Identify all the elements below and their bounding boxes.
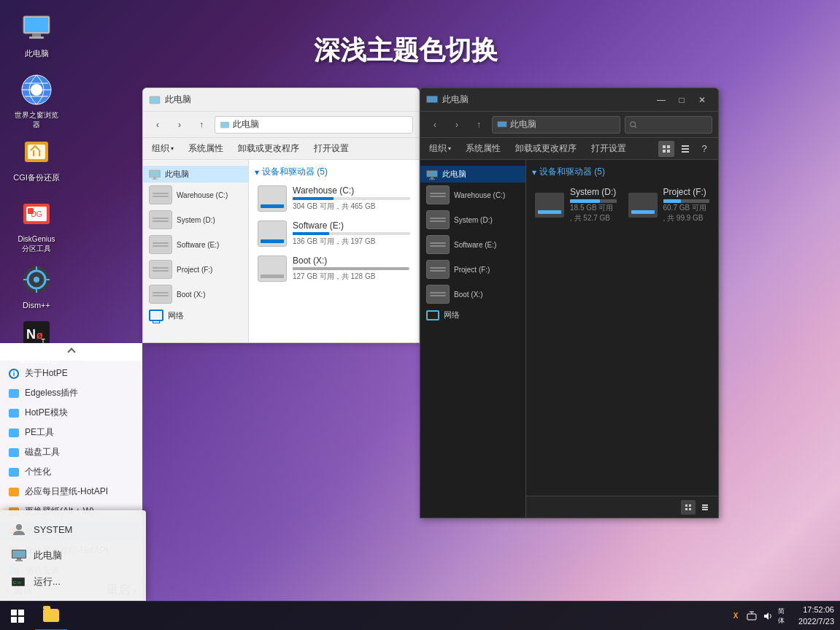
sidebar-item-network-dark[interactable]: 网络 <box>420 307 525 323</box>
start-button[interactable] <box>0 602 35 631</box>
system-drive-space-dark: 18.5 GB 可用 , 共 52.7 GB <box>570 203 617 223</box>
svg-line-40 <box>635 126 637 128</box>
explorer-light-content: ▾ 设备和驱动器 (5) Warehouse (C:) 304 GB 可用，共 … <box>249 160 419 342</box>
pc-icon-label: 此电脑 <box>25 48 49 58</box>
menu-item-petool[interactable]: PE工具 <box>0 423 142 442</box>
taskbar: X 简体 17:52:06 202 <box>0 601 840 630</box>
scroll-up-btn[interactable] <box>0 343 142 361</box>
search-bar-dark[interactable] <box>625 116 712 134</box>
view-list-btn[interactable] <box>677 141 693 157</box>
svg-rect-63 <box>15 560 23 561</box>
sidebar-item-network-light[interactable]: 网络 <box>143 307 248 324</box>
folder-disk-icon <box>9 448 19 457</box>
explorer-light: 此电脑 ‹ › ↑ 此电脑 组织 ▾ 系统属性 <box>142 88 420 343</box>
sidebar-item-project-dark[interactable]: Project (F:) <box>420 257 525 282</box>
desktop-icon-cgi[interactable]: CGI备份还原 <box>7 131 66 185</box>
sidebar-item-warehouse-light[interactable]: Warehouse (C:) <box>143 183 248 207</box>
maximize-button-dark[interactable]: □ <box>671 90 692 110</box>
sidebar-item-warehouse-dark[interactable]: Warehouse (C:) <box>420 183 525 207</box>
diskgenius-icon: DG <box>19 196 54 231</box>
popup-pc-item[interactable]: 此电脑 <box>0 542 146 569</box>
close-button-dark[interactable]: ✕ <box>692 90 712 110</box>
sidebar-item-pc-dark[interactable]: 此电脑 <box>420 166 525 183</box>
up-button-dark[interactable]: ↑ <box>470 116 488 134</box>
minimize-button-dark[interactable]: — <box>651 90 671 110</box>
svg-text:N: N <box>26 327 36 342</box>
desktop-icon-dism[interactable]: Dism++ <box>7 259 66 313</box>
menu-item-hotpe[interactable]: HotPE模块 <box>0 403 142 423</box>
help-btn-dark[interactable]: ? <box>696 141 712 157</box>
tray-icon-network[interactable] <box>746 610 758 622</box>
open-settings-btn-dark[interactable]: 打开设置 <box>588 141 629 156</box>
drive-software-light[interactable]: Software (E:) 136 GB 可用，共 197 GB <box>255 218 413 250</box>
open-settings-btn-light[interactable]: 打开设置 <box>311 141 352 156</box>
sidebar-system-label-dark: System (D:) <box>454 216 493 224</box>
taskbar-time-display: 17:52:06 <box>798 604 834 615</box>
system-drive-icon-dark <box>535 193 564 218</box>
explorer-dark-content: ▾ 设备和驱动器 (5) System (D:) <box>526 160 718 518</box>
up-button-light[interactable]: ↑ <box>193 116 210 134</box>
menu-item-edgeless[interactable]: Edgeless插件 <box>0 383 142 403</box>
address-bar-light[interactable]: 此电脑 <box>215 116 413 134</box>
sidebar-item-boot-light[interactable]: Boot (X:) <box>143 282 248 307</box>
view-btn-1[interactable] <box>681 500 695 515</box>
explorer-light-menu: 组织 ▾ 系统属性 卸载或更改程序 打开设置 <box>143 138 419 160</box>
sidebar-item-pc-light[interactable]: 此电脑 <box>143 166 248 183</box>
drive-project-dark[interactable]: Project (F:) 60.7 GB 可用 , 共 99.9 GB <box>625 183 713 228</box>
tray-icon-language[interactable]: 简体 <box>778 610 790 622</box>
hdd-system-dark <box>426 210 450 229</box>
forward-button-light[interactable]: › <box>171 116 188 134</box>
organize-btn-light[interactable]: 组织 ▾ <box>149 141 177 156</box>
drive-warehouse-light[interactable]: Warehouse (C:) 304 GB 可用，共 465 GB <box>255 183 413 215</box>
sidebar-item-software-dark[interactable]: Software (E:) <box>420 232 525 257</box>
system-props-btn-light[interactable]: 系统属性 <box>185 141 226 156</box>
view-btn-2[interactable] <box>698 500 712 515</box>
svg-rect-42 <box>667 145 670 148</box>
desktop-icon-browser[interactable]: 世界之窗浏览器 <box>7 69 66 132</box>
desktop: 深浅主题色切换 此电脑 世界之窗浏览器 <box>0 0 840 630</box>
popup-run-item[interactable]: C:\> 运行... <box>0 569 146 595</box>
sidebar-item-system-dark[interactable]: System (D:) <box>420 207 525 232</box>
menu-item-personalize[interactable]: 个性化 <box>0 462 142 482</box>
forward-button-dark[interactable]: › <box>448 116 466 134</box>
explorer-dark-menu: 组织 ▾ 系统属性 卸载或更改程序 打开设置 <box>420 138 718 160</box>
desktop-icon-pc[interactable]: 此电脑 <box>7 7 66 61</box>
system-drive-info-dark: System (D:) 18.5 GB 可用 , 共 52.7 GB <box>570 187 617 223</box>
sidebar-item-system-light[interactable]: System (D:) <box>143 207 248 232</box>
menu-item-bing[interactable]: 必应每日壁纸-HotAPI <box>0 482 142 502</box>
diskgenius-icon-label: DiskGenius分区工具 <box>18 234 55 253</box>
desktop-icon-diskgenius[interactable]: DG DiskGenius分区工具 <box>7 193 66 256</box>
search-icon-dark <box>630 121 637 128</box>
warehouse-drive-icon <box>258 185 287 212</box>
uninstall-btn-light[interactable]: 卸载或更改程序 <box>235 141 302 156</box>
svg-rect-34 <box>152 179 158 180</box>
svg-rect-38 <box>498 121 506 126</box>
sidebar-item-boot-dark[interactable]: Boot (X:) <box>420 282 525 307</box>
project-drive-icon-dark <box>628 193 658 218</box>
svg-rect-67 <box>747 614 756 620</box>
system-props-btn-dark[interactable]: 系统属性 <box>463 141 504 156</box>
back-button-light[interactable]: ‹ <box>149 116 166 134</box>
menu-item-disk[interactable]: 磁盘工具 <box>0 442 142 462</box>
tray-icon-volume[interactable] <box>762 610 774 622</box>
person-icon <box>12 522 26 537</box>
view-grid-btn[interactable] <box>658 141 674 157</box>
taskbar-clock[interactable]: 17:52:06 2022/7/23 <box>798 604 834 627</box>
popup-system-item[interactable]: SYSTEM <box>0 516 146 542</box>
project-drive-name-dark: Project (F:) <box>663 187 710 197</box>
address-bar-dark[interactable]: 此电脑 <box>492 116 620 134</box>
drive-system-dark[interactable]: System (D:) 18.5 GB 可用 , 共 52.7 GB <box>532 183 620 228</box>
sidebar-item-project-light[interactable]: Project (F:) <box>143 257 248 282</box>
warehouse-drive-space: 304 GB 可用，共 465 GB <box>293 201 410 212</box>
taskbar-app-explorer[interactable] <box>35 602 67 631</box>
hdd-icon-system <box>149 210 172 229</box>
drive-boot-light[interactable]: Boot (X:) 127 GB 可用，共 128 GB <box>255 253 413 285</box>
menu-item-about[interactable]: i 关于HotPE <box>0 364 142 383</box>
sidebar-item-software-light[interactable]: Software (E:) <box>143 232 248 257</box>
organize-btn-dark[interactable]: 组织 ▾ <box>426 141 454 156</box>
uninstall-btn-dark[interactable]: 卸载或更改程序 <box>512 141 579 156</box>
windows-icon <box>11 610 24 623</box>
tray-icon-x[interactable]: X <box>730 610 741 622</box>
back-button-dark[interactable]: ‹ <box>426 116 444 134</box>
sidebar-boot-label: Boot (X:) <box>177 291 205 299</box>
